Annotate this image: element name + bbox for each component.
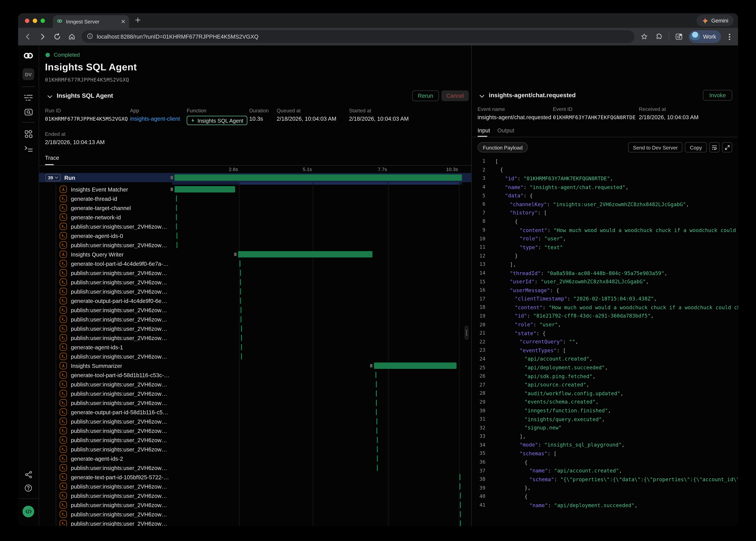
back-icon[interactable] — [23, 32, 33, 42]
tab-input[interactable]: Input — [477, 128, 490, 137]
browser-tab[interactable]: Inngest Server — [53, 15, 129, 28]
meta-field: Duration10.3s — [249, 108, 277, 125]
close-window-icon[interactable] — [25, 18, 29, 23]
copy-button[interactable]: Copy — [685, 142, 707, 153]
code-line: 26"api/sdk.ping.fetched", — [472, 372, 738, 380]
trace-row[interactable]: generate-tool-part-id-58d1b116-c53c-4e6c… — [39, 370, 471, 380]
trace-row[interactable]: generate-agent-ids-1 — [39, 342, 471, 352]
trace-row[interactable]: publish:user:insights:user_2VH6zowmhZC8z… — [39, 426, 471, 435]
trace-row-label: publish:user:insights:user_2VH6zowmhZC8z… — [71, 224, 172, 230]
run-step-icon — [60, 371, 67, 379]
site-info-icon[interactable] — [87, 32, 93, 41]
trace-row[interactable]: generate-agent-ids-0 — [39, 231, 471, 241]
span-bar — [377, 465, 378, 471]
home-icon[interactable] — [67, 32, 77, 42]
trace-row[interactable]: Insights Query Writer — [39, 250, 471, 259]
reload-icon[interactable] — [52, 32, 62, 42]
trace-row[interactable]: generate-target-channel — [39, 203, 471, 213]
forward-icon[interactable] — [38, 32, 47, 42]
trace-row[interactable]: Insights Summarizer — [39, 361, 471, 370]
side-search-icon[interactable] — [674, 32, 684, 42]
trace-row[interactable]: generate-agent-ids-2 — [39, 454, 471, 463]
trace-row[interactable]: publish:user:insights:user_2VH6zowmhZC8z… — [39, 222, 471, 231]
minimize-window-icon[interactable] — [33, 18, 37, 23]
new-tab-icon[interactable] — [135, 16, 141, 25]
trace-row[interactable]: publish:user:insights:user_2VH6zowmhZC8z… — [39, 305, 471, 314]
run-step-icon — [60, 520, 67, 526]
sidebar-item-apps[interactable] — [24, 130, 33, 138]
trace-row[interactable]: generate-text-part-id-105bf925-5722-4371… — [39, 472, 471, 482]
cancel-button[interactable]: Cancel — [441, 90, 469, 101]
help-icon[interactable] — [24, 484, 32, 492]
extensions-icon[interactable] — [654, 32, 664, 42]
trace-row[interactable]: publish:user:insights:user_2VH6zowmhZC8z… — [39, 500, 471, 510]
trace-row[interactable]: publish:user:insights:user_2VH6zowmhZC8z… — [39, 287, 471, 296]
function-payload-pill[interactable]: Function Payload — [477, 142, 528, 153]
trace-row[interactable]: publish:user:insights:user_2VH6zowmhZC8z… — [39, 398, 471, 407]
trace-row[interactable]: publish:user:insights:user_2VH6zowmhZC8z… — [39, 333, 471, 342]
url-text[interactable]: localhost:8288/run?runID=01KHRMF677RJPPH… — [97, 34, 259, 40]
trace-row[interactable]: publish:user:insights:user_2VH6zowmhZC8z… — [39, 324, 471, 333]
zoom-window-icon[interactable] — [41, 18, 45, 23]
dev-mode-button[interactable] — [22, 506, 34, 517]
screenshot-stage: Inngest Server Gemini — [0, 0, 756, 541]
chevron-down-icon[interactable] — [47, 91, 52, 100]
span-bar — [376, 409, 377, 415]
trace-row[interactable]: Insights Event Matcher — [39, 185, 471, 194]
trace-row[interactable]: publish:user:insights:user_2VH6zowmhZC8z… — [39, 510, 471, 519]
trace-row[interactable]: publish:user:insights:user_2VH6zowmhZC8z… — [39, 463, 471, 472]
function-chip[interactable]: Insights SQL Agent — [187, 116, 247, 125]
trace-row[interactable]: publish:user:insights:user_2VH6zowmhZC8z… — [39, 389, 471, 398]
trace-row[interactable]: publish:user:insights:user_2VH6zowmhZC8z… — [39, 482, 471, 491]
tab-output[interactable]: Output — [497, 128, 514, 137]
span-bar — [176, 223, 177, 230]
trace-row[interactable]: publish:user:insights:user_2VH6zowmhZC8z… — [39, 519, 471, 526]
trace-row-label: Insights Query Writer — [71, 252, 126, 257]
meta-field: Started at2/18/2026, 10:04:03 AM — [349, 108, 421, 125]
profile-chip[interactable]: Work — [689, 30, 721, 43]
trace-row[interactable]: publish:user:insights:user_2VH6zowmhZC8z… — [39, 380, 471, 389]
trace-row[interactable]: generate-tool-part-id-4c4de9f0-6e7a-4de6… — [39, 259, 471, 268]
trace-row[interactable]: generate-output-part-id-4c4de9f0-6e7a-4d… — [39, 296, 471, 305]
send-to-dev-server-button[interactable]: Send to Dev Server — [628, 142, 683, 153]
inngest-logo-icon[interactable] — [23, 52, 34, 62]
trace-row[interactable]: publish:user:insights:user_2VH6zowmhZC8z… — [39, 241, 471, 250]
invoke-button[interactable]: Invoke — [703, 90, 732, 101]
panel-resize-handle[interactable] — [465, 326, 468, 339]
trace-row[interactable]: publish:user:insights:user_2VH6zowmhZC8z… — [39, 445, 471, 454]
chevron-down-icon[interactable] — [479, 91, 484, 100]
expand-icon[interactable] — [722, 142, 732, 153]
rerun-button[interactable]: Rerun — [412, 90, 439, 101]
trace-row[interactable]: publish:user:insights:user_2VH6zowmhZC8z… — [39, 277, 471, 287]
trace-row[interactable]: generate-output-part-id-58d1b116-c53c-4e… — [39, 407, 471, 417]
trace-row[interactable]: publish:user:insights:user_2VH6zowmhZC8z… — [39, 435, 471, 445]
close-tab-icon[interactable] — [121, 20, 125, 23]
run-step-icon — [60, 306, 67, 314]
app-link[interactable]: insights-agent-client — [130, 116, 187, 122]
bookmark-star-icon[interactable] — [639, 32, 649, 42]
sidebar-item-runs[interactable] — [24, 94, 33, 101]
word-wrap-icon[interactable] — [709, 142, 719, 153]
trace-row[interactable]: publish:user:insights:user_2VH6zowmhZC8z… — [39, 417, 471, 426]
sidebar-item-functions[interactable] — [24, 146, 33, 152]
share-feedback-icon[interactable] — [25, 471, 32, 478]
code-line: 16"userMessage": { — [472, 286, 738, 294]
window-controls[interactable] — [25, 18, 45, 23]
trace-row[interactable]: publish:user:insights:user_2VH6zowmhZC8z… — [39, 352, 471, 361]
browser-menu-icon[interactable] — [729, 36, 730, 37]
trace-row[interactable]: generate-thread-id — [39, 194, 471, 203]
gemini-button[interactable]: Gemini — [697, 15, 734, 26]
meta-label: Run ID — [45, 108, 130, 113]
tab-trace[interactable]: Trace — [45, 153, 59, 165]
run-step-icon — [60, 288, 67, 295]
trace-row[interactable]: publish:user:insights:user_2VH6zowmhZC8z… — [39, 491, 471, 500]
trace-row-label: publish:user:insights:user_2VH6zowmhZC8z… — [71, 446, 172, 452]
trace-row[interactable]: publish:user:insights:user_2VH6zowmhZC8z… — [39, 268, 471, 277]
address-bar[interactable]: localhost:8288/run?runID=01KHRMF677RJPPH… — [82, 30, 635, 43]
trace-row-run[interactable]: 39Run — [39, 173, 471, 182]
trace-row[interactable]: generate-network-id — [39, 213, 471, 222]
sidebar-item-events[interactable] — [24, 109, 33, 116]
trace-row[interactable]: publish:user:insights:user_2VH6zowmhZC8z… — [39, 314, 471, 324]
run-expander[interactable]: 39 — [45, 174, 60, 181]
workspace-avatar[interactable]: DV — [22, 68, 34, 80]
